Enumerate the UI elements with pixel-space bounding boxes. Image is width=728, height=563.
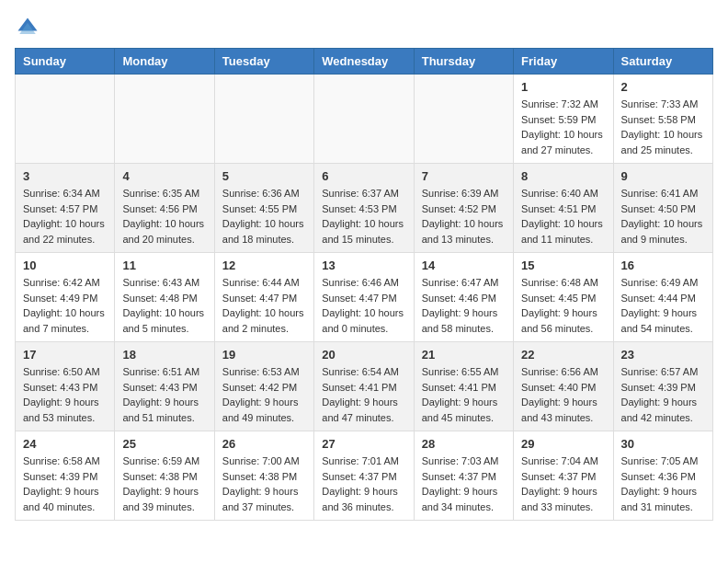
day-info: Sunrise: 6:57 AM Sunset: 4:39 PM Dayligh…: [621, 364, 705, 425]
header-thursday: Thursday: [414, 49, 513, 75]
week-row-1: 1Sunrise: 7:32 AM Sunset: 5:59 PM Daylig…: [16, 75, 713, 164]
day-number: 1: [521, 80, 605, 94]
day-number: 4: [122, 169, 206, 183]
day-cell: 29Sunrise: 7:04 AM Sunset: 4:37 PM Dayli…: [514, 431, 613, 521]
day-info: Sunrise: 6:39 AM Sunset: 4:52 PM Dayligh…: [422, 186, 506, 247]
day-cell: 17Sunrise: 6:50 AM Sunset: 4:43 PM Dayli…: [16, 342, 115, 431]
day-cell: 22Sunrise: 6:56 AM Sunset: 4:40 PM Dayli…: [514, 342, 613, 431]
day-cell: 8Sunrise: 6:40 AM Sunset: 4:51 PM Daylig…: [514, 164, 613, 253]
day-number: 18: [122, 348, 206, 362]
day-number: 16: [621, 259, 705, 272]
day-number: 27: [322, 437, 405, 451]
day-number: 20: [322, 348, 405, 362]
day-cell: 12Sunrise: 6:44 AM Sunset: 4:47 PM Dayli…: [214, 253, 313, 342]
header-row: SundayMondayTuesdayWednesdayThursdayFrid…: [16, 49, 713, 75]
logo: [15, 15, 44, 40]
day-info: Sunrise: 6:55 AM Sunset: 4:41 PM Dayligh…: [422, 364, 506, 425]
day-info: Sunrise: 7:03 AM Sunset: 4:37 PM Dayligh…: [422, 454, 506, 514]
day-cell: 15Sunrise: 6:48 AM Sunset: 4:45 PM Dayli…: [514, 253, 613, 342]
week-row-5: 24Sunrise: 6:58 AM Sunset: 4:39 PM Dayli…: [16, 431, 713, 521]
day-cell: 24Sunrise: 6:58 AM Sunset: 4:39 PM Dayli…: [16, 431, 115, 521]
day-cell: [115, 75, 214, 164]
day-cell: 16Sunrise: 6:49 AM Sunset: 4:44 PM Dayli…: [613, 253, 712, 342]
day-number: 22: [521, 348, 605, 362]
day-cell: 26Sunrise: 7:00 AM Sunset: 4:38 PM Dayli…: [214, 431, 313, 521]
day-number: 3: [23, 169, 107, 183]
day-number: 24: [23, 437, 107, 451]
header-tuesday: Tuesday: [214, 49, 313, 75]
day-info: Sunrise: 6:35 AM Sunset: 4:56 PM Dayligh…: [122, 186, 206, 247]
day-number: 6: [322, 169, 405, 183]
day-number: 11: [122, 259, 206, 272]
day-info: Sunrise: 7:04 AM Sunset: 4:37 PM Dayligh…: [521, 454, 605, 514]
day-cell: 5Sunrise: 6:36 AM Sunset: 4:55 PM Daylig…: [214, 164, 313, 253]
day-cell: 23Sunrise: 6:57 AM Sunset: 4:39 PM Dayli…: [613, 342, 712, 431]
day-number: 12: [222, 259, 306, 272]
day-info: Sunrise: 6:44 AM Sunset: 4:47 PM Dayligh…: [222, 275, 306, 336]
day-cell: 2Sunrise: 7:33 AM Sunset: 5:58 PM Daylig…: [613, 75, 712, 164]
day-cell: 28Sunrise: 7:03 AM Sunset: 4:37 PM Dayli…: [414, 431, 513, 521]
day-info: Sunrise: 6:48 AM Sunset: 4:45 PM Dayligh…: [521, 275, 605, 336]
day-cell: 11Sunrise: 6:43 AM Sunset: 4:48 PM Dayli…: [115, 253, 214, 342]
day-cell: 1Sunrise: 7:32 AM Sunset: 5:59 PM Daylig…: [514, 75, 613, 164]
day-info: Sunrise: 6:37 AM Sunset: 4:53 PM Dayligh…: [322, 186, 405, 247]
day-number: 5: [222, 169, 306, 183]
day-number: 30: [621, 437, 705, 451]
day-info: Sunrise: 6:59 AM Sunset: 4:38 PM Dayligh…: [122, 454, 206, 514]
day-cell: 7Sunrise: 6:39 AM Sunset: 4:52 PM Daylig…: [414, 164, 513, 253]
day-info: Sunrise: 6:56 AM Sunset: 4:40 PM Dayligh…: [521, 364, 605, 425]
day-cell: 27Sunrise: 7:01 AM Sunset: 4:37 PM Dayli…: [314, 431, 414, 521]
day-info: Sunrise: 6:54 AM Sunset: 4:41 PM Dayligh…: [322, 364, 405, 425]
day-cell: 4Sunrise: 6:35 AM Sunset: 4:56 PM Daylig…: [115, 164, 214, 253]
day-number: 26: [222, 437, 306, 451]
day-cell: 10Sunrise: 6:42 AM Sunset: 4:49 PM Dayli…: [16, 253, 115, 342]
week-row-4: 17Sunrise: 6:50 AM Sunset: 4:43 PM Dayli…: [16, 342, 713, 431]
week-row-3: 10Sunrise: 6:42 AM Sunset: 4:49 PM Dayli…: [16, 253, 713, 342]
day-cell: [214, 75, 313, 164]
day-info: Sunrise: 7:01 AM Sunset: 4:37 PM Dayligh…: [322, 454, 405, 514]
day-cell: [16, 75, 115, 164]
day-cell: 19Sunrise: 6:53 AM Sunset: 4:42 PM Dayli…: [214, 342, 313, 431]
day-info: Sunrise: 6:46 AM Sunset: 4:47 PM Dayligh…: [322, 275, 405, 336]
day-cell: 20Sunrise: 6:54 AM Sunset: 4:41 PM Dayli…: [314, 342, 414, 431]
day-cell: [414, 75, 513, 164]
day-info: Sunrise: 6:58 AM Sunset: 4:39 PM Dayligh…: [23, 454, 107, 514]
day-number: 8: [521, 169, 605, 183]
day-info: Sunrise: 6:47 AM Sunset: 4:46 PM Dayligh…: [422, 275, 506, 336]
calendar: SundayMondayTuesdayWednesdayThursdayFrid…: [15, 48, 713, 521]
day-number: 17: [23, 348, 107, 362]
day-cell: 30Sunrise: 7:05 AM Sunset: 4:36 PM Dayli…: [613, 431, 712, 521]
day-number: 7: [422, 169, 506, 183]
day-info: Sunrise: 6:53 AM Sunset: 4:42 PM Dayligh…: [222, 364, 306, 425]
day-number: 29: [521, 437, 605, 451]
day-number: 13: [322, 259, 405, 272]
day-info: Sunrise: 6:43 AM Sunset: 4:48 PM Dayligh…: [122, 275, 206, 336]
day-info: Sunrise: 7:05 AM Sunset: 4:36 PM Dayligh…: [621, 454, 705, 514]
day-cell: 9Sunrise: 6:41 AM Sunset: 4:50 PM Daylig…: [613, 164, 712, 253]
week-row-2: 3Sunrise: 6:34 AM Sunset: 4:57 PM Daylig…: [16, 164, 713, 253]
day-cell: 6Sunrise: 6:37 AM Sunset: 4:53 PM Daylig…: [314, 164, 414, 253]
day-number: 23: [621, 348, 705, 362]
day-cell: 13Sunrise: 6:46 AM Sunset: 4:47 PM Dayli…: [314, 253, 414, 342]
header-sunday: Sunday: [16, 49, 115, 75]
day-number: 9: [621, 169, 705, 183]
day-number: 28: [422, 437, 506, 451]
header-wednesday: Wednesday: [314, 49, 414, 75]
day-cell: [314, 75, 414, 164]
day-cell: 21Sunrise: 6:55 AM Sunset: 4:41 PM Dayli…: [414, 342, 513, 431]
day-cell: 14Sunrise: 6:47 AM Sunset: 4:46 PM Dayli…: [414, 253, 513, 342]
day-number: 19: [222, 348, 306, 362]
logo-icon: [15, 15, 40, 40]
day-info: Sunrise: 6:49 AM Sunset: 4:44 PM Dayligh…: [621, 275, 705, 336]
day-cell: 3Sunrise: 6:34 AM Sunset: 4:57 PM Daylig…: [16, 164, 115, 253]
header: [15, 15, 713, 40]
day-number: 10: [23, 259, 107, 272]
day-info: Sunrise: 7:32 AM Sunset: 5:59 PM Dayligh…: [521, 97, 605, 157]
day-info: Sunrise: 6:50 AM Sunset: 4:43 PM Dayligh…: [23, 364, 107, 425]
day-number: 25: [122, 437, 206, 451]
day-number: 2: [621, 80, 705, 94]
day-info: Sunrise: 6:41 AM Sunset: 4:50 PM Dayligh…: [621, 186, 705, 247]
day-number: 15: [521, 259, 605, 272]
day-cell: 25Sunrise: 6:59 AM Sunset: 4:38 PM Dayli…: [115, 431, 214, 521]
day-info: Sunrise: 7:00 AM Sunset: 4:38 PM Dayligh…: [222, 454, 306, 514]
